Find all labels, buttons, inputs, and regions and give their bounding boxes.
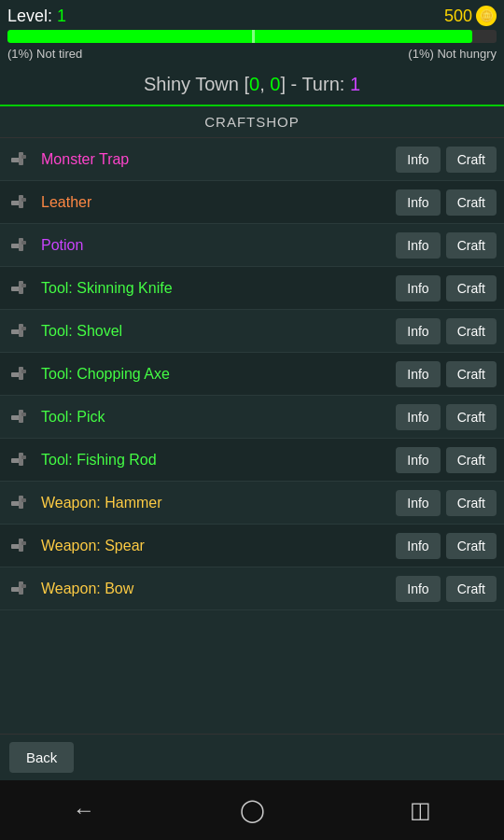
- item-icon: [7, 275, 34, 301]
- info-button[interactable]: Info: [396, 361, 440, 387]
- item-icon: [7, 361, 34, 387]
- list-item: Tool: Fishing RodInfoCraft: [0, 439, 504, 482]
- item-icon: [7, 318, 34, 344]
- town-title: Shiny Town [0, 0] - Turn: 1: [144, 74, 360, 94]
- level-display: Level: 1: [7, 7, 66, 26]
- svg-rect-32: [21, 584, 26, 588]
- craft-button[interactable]: Craft: [446, 232, 497, 259]
- svg-rect-11: [21, 284, 26, 287]
- level-label: Level:: [7, 7, 52, 25]
- list-item: PotionInfoCraft: [0, 224, 504, 267]
- item-name: Tool: Shovel: [41, 323, 390, 340]
- back-nav-button[interactable]: ←: [54, 790, 114, 831]
- list-item: Tool: ShovelInfoCraft: [0, 310, 504, 353]
- turn-value: 1: [350, 74, 360, 94]
- xp-bar-marker: [252, 30, 255, 43]
- svg-rect-29: [21, 541, 26, 545]
- craft-button[interactable]: Craft: [446, 361, 497, 387]
- home-nav-button[interactable]: ◯: [221, 790, 284, 831]
- coin-icon: 🪙: [476, 6, 497, 26]
- item-icon: [7, 189, 34, 216]
- craft-button[interactable]: Craft: [446, 533, 497, 559]
- item-name: Weapon: Spear: [41, 538, 390, 554]
- gold-display: 500 🪙: [444, 6, 497, 26]
- xp-bar-fill: [7, 30, 472, 43]
- list-item: Weapon: BowInfoCraft: [0, 567, 504, 610]
- craft-button[interactable]: Craft: [446, 318, 497, 344]
- info-button[interactable]: Info: [396, 275, 440, 301]
- craft-button[interactable]: Craft: [446, 275, 497, 301]
- coord-y: 0: [270, 74, 280, 94]
- gold-amount: 500: [444, 7, 472, 26]
- list-item: Tool: Chopping AxeInfoCraft: [0, 353, 504, 396]
- info-button[interactable]: Info: [396, 189, 440, 216]
- android-nav: ← ◯ ◫: [0, 780, 504, 840]
- item-name: Weapon: Bow: [41, 581, 390, 597]
- item-name: Tool: Fishing Rod: [41, 452, 390, 469]
- svg-rect-17: [21, 370, 26, 373]
- tired-status: (1%) Not tired: [7, 47, 82, 61]
- svg-rect-20: [21, 413, 26, 416]
- item-list: Monster TrapInfoCraft LeatherInfoCraft P…: [0, 138, 504, 734]
- item-name: Leather: [41, 194, 390, 211]
- xp-bar: [7, 30, 497, 43]
- info-button[interactable]: Info: [396, 533, 440, 559]
- svg-rect-8: [21, 241, 26, 245]
- list-item: Weapon: SpearInfoCraft: [0, 525, 504, 567]
- craft-button[interactable]: Craft: [446, 189, 497, 216]
- svg-rect-5: [21, 198, 26, 202]
- town-header: Shiny Town [0, 0] - Turn: 1: [0, 64, 504, 106]
- info-button[interactable]: Info: [396, 147, 440, 173]
- recents-nav-button[interactable]: ◫: [391, 790, 450, 831]
- list-item: Monster TrapInfoCraft: [0, 138, 504, 181]
- item-name: Tool: Skinning Knife: [41, 280, 390, 297]
- list-item: LeatherInfoCraft: [0, 181, 504, 224]
- town-name: Shiny Town: [144, 74, 239, 94]
- item-icon: [7, 232, 34, 259]
- turn-label: Turn:: [301, 74, 344, 94]
- info-button[interactable]: Info: [396, 576, 440, 602]
- item-icon: [7, 147, 34, 173]
- item-icon: [7, 490, 34, 516]
- item-icon: [7, 447, 34, 473]
- item-name: Tool: Chopping Axe: [41, 366, 390, 383]
- status-bar: Level: 1 500 🪙 (1%) Not tired (1%) Not h…: [0, 0, 504, 64]
- list-item: Tool: Skinning KnifeInfoCraft: [0, 267, 504, 310]
- svg-rect-14: [21, 327, 26, 330]
- item-name: Monster Trap: [41, 151, 390, 168]
- info-button[interactable]: Info: [396, 490, 440, 516]
- info-button[interactable]: Info: [396, 232, 440, 259]
- craftshop-label: CRAFTSHOP: [0, 106, 504, 138]
- coord-x: 0: [249, 74, 259, 94]
- info-button[interactable]: Info: [396, 404, 440, 430]
- info-button[interactable]: Info: [396, 318, 440, 344]
- item-name: Weapon: Hammer: [41, 495, 390, 511]
- craft-button[interactable]: Craft: [446, 404, 497, 430]
- svg-rect-23: [21, 455, 26, 459]
- craft-button[interactable]: Craft: [446, 490, 497, 516]
- hungry-status: (1%) Not hungry: [408, 47, 497, 61]
- svg-rect-26: [21, 498, 26, 502]
- list-item: Weapon: HammerInfoCraft: [0, 482, 504, 525]
- status-bottom: (1%) Not tired (1%) Not hungry: [7, 47, 497, 61]
- back-area: Back: [0, 734, 504, 780]
- item-icon: [7, 533, 34, 559]
- svg-rect-2: [21, 155, 26, 159]
- back-button[interactable]: Back: [9, 742, 74, 773]
- item-name: Potion: [41, 237, 390, 254]
- craft-button[interactable]: Craft: [446, 147, 497, 173]
- info-button[interactable]: Info: [396, 447, 440, 473]
- item-name: Tool: Pick: [41, 409, 390, 426]
- craft-button[interactable]: Craft: [446, 447, 497, 473]
- item-icon: [7, 576, 34, 602]
- craft-button[interactable]: Craft: [446, 576, 497, 602]
- level-value: 1: [57, 7, 66, 25]
- item-icon: [7, 404, 34, 430]
- list-item: Tool: PickInfoCraft: [0, 396, 504, 439]
